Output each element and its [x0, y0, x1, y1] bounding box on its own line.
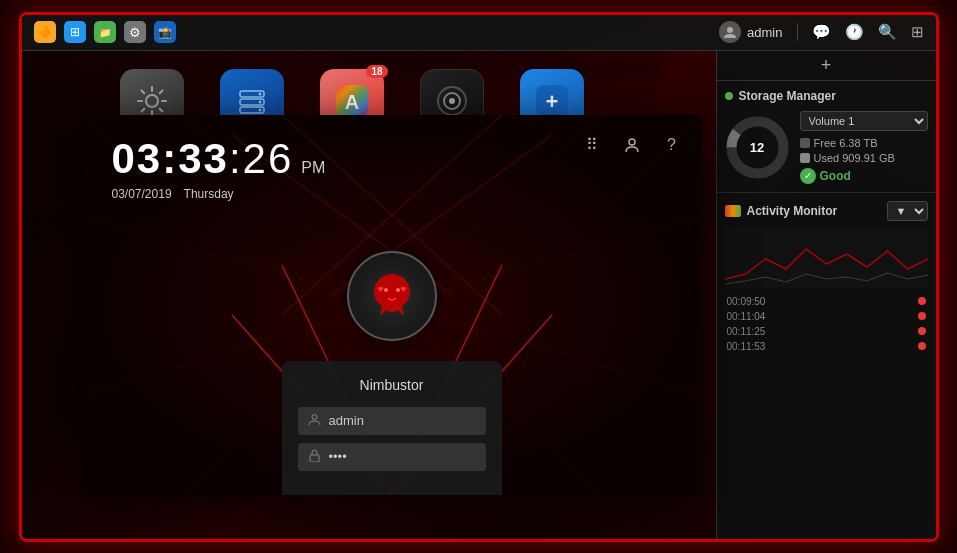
monitor-frame: 🔶 ⊞ 📁 ⚙ 📸 admin 💬 � [19, 12, 939, 542]
activity-widget-title: Activity Monitor [747, 204, 881, 218]
storage-donut: 12 [725, 115, 790, 180]
svg-text:+: + [545, 89, 558, 114]
login-panel: Nimbustor [282, 361, 502, 495]
taskbar-divider [797, 23, 798, 41]
clock-ampm: PM [301, 159, 325, 177]
taskbar-user[interactable]: admin [719, 21, 782, 43]
taskbar-right: admin 💬 🕐 🔍 ⊞ [719, 21, 923, 43]
storage-widget-content: 12 Volume 1 Free 6.38 TB Used 909.91 GB [725, 111, 928, 184]
clock-display: 03:33:26 PM 03/07/2019 Thursday [112, 135, 326, 201]
activity-dot-0 [918, 297, 926, 305]
clock-main-time: 03:33:26 [112, 135, 294, 183]
used-indicator [800, 153, 810, 163]
svg-point-6 [727, 27, 733, 33]
activity-item-1: 00:11:04 [725, 310, 928, 323]
storage-info: Volume 1 Free 6.38 TB Used 909.91 GB ✓ [800, 111, 928, 184]
svg-point-12 [258, 100, 261, 103]
user-avatar [719, 21, 741, 43]
activity-list: 00:09:50 00:11:04 00:11:25 00:11:53 [725, 295, 928, 353]
svg-text:A: A [344, 91, 358, 113]
taskbar-apps: 🔶 ⊞ 📁 ⚙ 📸 [34, 21, 176, 43]
activity-item-0: 00:09:50 [725, 295, 928, 308]
volume-select[interactable]: Volume 1 [800, 111, 928, 131]
right-panel: + Storage Manager 12 [716, 51, 936, 539]
user-name-label: admin [747, 25, 782, 40]
good-checkmark-icon: ✓ [800, 168, 816, 184]
taskbar-icon-settings[interactable]: ⚙ [124, 21, 146, 43]
activity-widget: Activity Monitor ▼ 00:09:50 [717, 193, 936, 539]
lock-screen-controls: ⠿ ? [578, 131, 686, 159]
activity-time-1: 00:11:04 [727, 311, 766, 322]
username-field-wrapper [298, 407, 486, 435]
password-field-wrapper [298, 443, 486, 471]
svg-point-51 [629, 139, 635, 145]
activity-dropdown[interactable]: ▼ [887, 201, 928, 221]
free-storage-stat: Free 6.38 TB [800, 137, 928, 149]
svg-rect-55 [310, 455, 319, 462]
lock-screen: 03:33:26 PM 03/07/2019 Thursday ⠿ [82, 115, 702, 495]
used-label: Used 909.91 GB [814, 152, 895, 164]
activity-dot-3 [918, 342, 926, 350]
svg-point-7 [146, 95, 158, 107]
taskbar-icon-photos[interactable]: 📸 [154, 21, 176, 43]
storage-widget-title: Storage Manager [739, 89, 928, 103]
activity-graph [725, 229, 928, 289]
clock-date-value: 03/07/2019 [112, 187, 172, 201]
taskbar-icon-files[interactable]: 📁 [94, 21, 116, 43]
activity-item-3: 00:11:53 [725, 340, 928, 353]
svg-point-53 [396, 288, 400, 292]
activity-dot-2 [918, 327, 926, 335]
plus-icon: + [821, 55, 832, 76]
dragon-symbol [362, 266, 422, 326]
svg-point-52 [384, 288, 388, 292]
svg-point-13 [258, 108, 261, 111]
storage-widget-header: Storage Manager [725, 89, 928, 103]
activity-item-2: 00:11:25 [725, 325, 928, 338]
free-indicator [800, 138, 810, 148]
panel-add-button[interactable]: + [717, 51, 936, 81]
lock-help-button[interactable]: ? [658, 131, 686, 159]
free-label: Free 6.38 TB [814, 137, 878, 149]
appcentral-badge: 18 [366, 65, 387, 78]
svg-point-11 [258, 92, 261, 95]
clock-icon[interactable]: 🕐 [845, 23, 864, 41]
search-icon[interactable]: 🔍 [878, 23, 897, 41]
lock-user-button[interactable] [618, 131, 646, 159]
taskbar-icon-finder[interactable]: 🔶 [34, 21, 56, 43]
password-input[interactable] [329, 449, 497, 464]
login-title: Nimbustor [298, 377, 486, 393]
clock-day-value: Thursday [184, 187, 234, 201]
lock-grid-button[interactable]: ⠿ [578, 131, 606, 159]
donut-percent-label: 12 [725, 115, 790, 180]
clock-date-row: 03/07/2019 Thursday [112, 187, 326, 201]
password-field-icon [308, 449, 321, 465]
activity-dot-1 [918, 312, 926, 320]
good-status-text: Good [820, 169, 851, 183]
clock-hours-minutes: 03:33 [112, 135, 229, 182]
activity-time-2: 00:11:25 [727, 326, 766, 337]
svg-point-18 [449, 98, 455, 104]
activity-time-3: 00:11:53 [727, 341, 766, 352]
clock-seconds: :26 [229, 135, 293, 182]
user-field-icon [308, 413, 321, 429]
username-input[interactable] [329, 413, 497, 428]
svg-point-54 [312, 414, 317, 419]
activity-time-0: 00:09:50 [727, 296, 766, 307]
taskbar-icon-grid[interactable]: ⊞ [64, 21, 86, 43]
used-storage-stat: Used 909.91 GB [800, 152, 928, 164]
activity-monitor-icon [725, 205, 741, 217]
storage-good-badge: ✓ Good [800, 168, 928, 184]
grid-icon[interactable]: ⊞ [911, 23, 924, 41]
taskbar: 🔶 ⊞ 📁 ⚙ 📸 admin 💬 � [22, 15, 936, 51]
storage-widget: Storage Manager 12 Volume 1 [717, 81, 936, 193]
storage-status-dot [725, 92, 733, 100]
desktop: 🔶 ⊞ 📁 ⚙ 📸 admin 💬 � [22, 15, 936, 539]
activity-widget-header: Activity Monitor ▼ [725, 201, 928, 221]
clock-time-row: 03:33:26 PM [112, 135, 326, 183]
dragon-logo [347, 251, 437, 341]
chat-icon[interactable]: 💬 [812, 23, 831, 41]
